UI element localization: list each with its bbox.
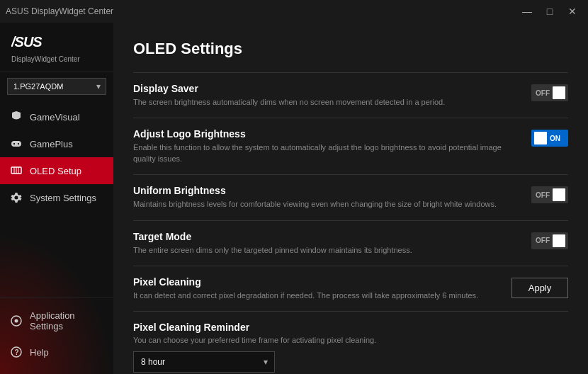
sidebar-item-gameplus[interactable]: GamePlus [0, 130, 113, 157]
svg-rect-2 [13, 143, 15, 144]
target-mode-toggle[interactable]: OFF [531, 232, 568, 249]
uniform-brightness-title: Uniform Brightness [133, 185, 517, 196]
target-mode-section: Target Mode The entire screen dims only … [133, 220, 568, 266]
pixel-cleaning-info: Pixel Cleaning It can detect and correct… [133, 276, 511, 301]
target-mode-toggle-label: OFF [536, 237, 550, 244]
pixel-cleaning-reminder-section: Pixel Cleaning Reminder You can choose y… [133, 311, 568, 374]
sidebar-item-gamevisual-label: GameVisual [30, 112, 80, 123]
pixel-cleaning-control: Apply [511, 276, 568, 298]
svg-text:/SUS: /SUS [11, 34, 43, 50]
sidebar-logo: /SUS DisplayWidget Center [0, 23, 113, 72]
asus-logo: /SUS [11, 34, 102, 54]
help-icon: ? [10, 346, 23, 358]
target-mode-control: OFF [531, 231, 568, 249]
pixel-cleaning-reminder-title: Pixel Cleaning Reminder [133, 322, 568, 333]
pixel-cleaning-reminder-desc: You can choose your preferred time frame… [133, 336, 568, 344]
adjust-logo-brightness-toggle-thumb [534, 132, 547, 144]
target-mode-info: Target Mode The entire screen dims only … [133, 231, 531, 256]
display-saver-info: Display Saver The screen brightness auto… [133, 83, 531, 108]
sidebar-footer: Application Settings ? Help [0, 297, 113, 374]
sidebar: /SUS DisplayWidget Center 1.PG27AQDM Gam… [0, 23, 113, 374]
app-body: /SUS DisplayWidget Center 1.PG27AQDM Gam… [0, 23, 588, 374]
sidebar-item-help-label: Help [30, 347, 49, 358]
target-mode-toggle-thumb [553, 234, 565, 247]
display-saver-title: Display Saver [133, 83, 517, 94]
asus-subtitle: DisplayWidget Center [11, 55, 102, 63]
sidebar-item-gameplus-label: GamePlus [30, 139, 73, 149]
close-button[interactable]: ✕ [562, 4, 582, 18]
adjust-logo-brightness-title: Adjust Logo Brightness [133, 128, 517, 140]
uniform-brightness-toggle-thumb [553, 188, 565, 201]
sidebar-item-help[interactable]: ? Help [0, 339, 113, 366]
display-saver-toggle-label: OFF [536, 89, 550, 97]
maximize-button[interactable]: □ [540, 4, 560, 18]
window-controls: — □ ✕ [517, 4, 582, 18]
display-saver-toggle-thumb [553, 86, 565, 99]
sidebar-item-app-settings-label: Application Settings [30, 310, 103, 332]
uniform-brightness-desc: Maintains brightness levels for comforta… [133, 199, 517, 210]
adjust-logo-brightness-toggle-label: ON [550, 135, 560, 142]
uniform-brightness-toggle-label: OFF [536, 191, 550, 199]
display-saver-section: Display Saver The screen brightness auto… [133, 72, 568, 118]
uniform-brightness-info: Uniform Brightness Maintains brightness … [133, 185, 531, 210]
adjust-logo-brightness-desc: Enable this function to allow the system… [133, 142, 517, 164]
uniform-brightness-control: OFF [531, 185, 568, 203]
pixel-cleaning-section: Pixel Cleaning It can detect and correct… [133, 266, 568, 311]
adjust-logo-brightness-control: ON [531, 128, 568, 147]
title-bar: ASUS DisplayWidget Center — □ ✕ [0, 0, 588, 23]
target-mode-title: Target Mode [133, 231, 517, 242]
svg-point-9 [15, 319, 18, 323]
oled-icon [10, 164, 23, 177]
monitor-select-wrapper[interactable]: 1.PG27AQDM [7, 78, 106, 95]
svg-rect-3 [18, 143, 19, 144]
sidebar-item-oled-setup-label: OLED Setup [30, 166, 81, 176]
pixel-cleaning-reminder-select[interactable]: 8 hour 24 hour 48 hour 72 hour [133, 351, 275, 373]
display-saver-desc: The screen brightness automatically dims… [133, 97, 517, 108]
sidebar-item-system-settings[interactable]: System Settings [0, 184, 113, 211]
system-settings-icon [10, 191, 23, 204]
adjust-logo-brightness-toggle[interactable]: ON [531, 130, 568, 147]
gear-icon [10, 314, 23, 327]
pixel-cleaning-desc: It can detect and correct pixel degradat… [133, 290, 497, 301]
monitor-select[interactable]: 1.PG27AQDM [7, 78, 106, 95]
uniform-brightness-toggle[interactable]: OFF [531, 186, 568, 203]
pixel-cleaning-title: Pixel Cleaning [133, 276, 497, 288]
display-saver-control: OFF [531, 83, 568, 101]
uniform-brightness-section: Uniform Brightness Maintains brightness … [133, 174, 568, 220]
adjust-logo-brightness-section: Adjust Logo Brightness Enable this funct… [133, 118, 568, 174]
adjust-logo-brightness-info: Adjust Logo Brightness Enable this funct… [133, 128, 531, 164]
gamevisual-icon [10, 110, 23, 123]
sidebar-item-system-settings-label: System Settings [30, 193, 96, 203]
main-content: OLED Settings Display Saver The screen b… [113, 23, 588, 374]
svg-rect-1 [11, 141, 21, 147]
sidebar-item-app-settings[interactable]: Application Settings [0, 303, 113, 339]
sidebar-item-gamevisual[interactable]: GameVisual [0, 103, 113, 130]
svg-text:?: ? [15, 348, 19, 356]
display-saver-toggle[interactable]: OFF [531, 84, 568, 101]
sidebar-item-oled-setup[interactable]: OLED Setup [0, 157, 113, 184]
gamepad-icon [10, 137, 23, 150]
page-title: OLED Settings [133, 40, 568, 58]
pixel-cleaning-apply-button[interactable]: Apply [511, 278, 568, 298]
app-title: ASUS DisplayWidget Center [6, 6, 113, 16]
target-mode-desc: The entire screen dims only the targeted… [133, 245, 517, 256]
pixel-cleaning-reminder-select-wrapper[interactable]: 8 hour 24 hour 48 hour 72 hour [133, 351, 275, 373]
nav-items: GameVisual GamePlus [0, 101, 113, 297]
minimize-button[interactable]: — [517, 4, 537, 18]
